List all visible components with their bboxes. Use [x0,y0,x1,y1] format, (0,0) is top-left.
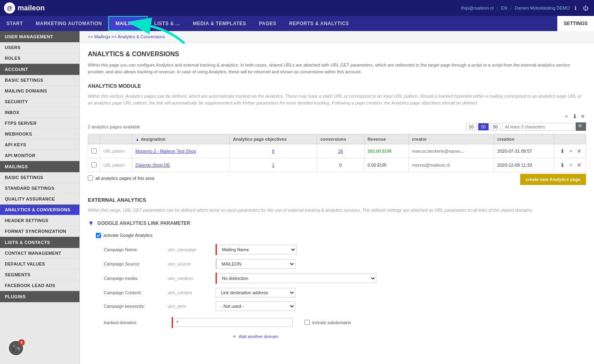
ga-campaign-name-label: Campaign Name: [104,247,168,252]
gorilla-badge[interactable]: 🦍 5 [8,340,24,356]
sidebar-section-mailings: MAILINGS [0,161,79,172]
tracked-domains-input[interactable] [173,318,293,327]
account-link[interactable]: Damen Motorkleding DEMO [515,6,570,10]
select-all-checkbox[interactable] [88,175,93,181]
download-icon[interactable]: ⬇ [572,112,578,121]
sidebar-item-api-monitor[interactable]: API MONITOR [0,150,79,161]
power-icon[interactable]: ⏻ [581,5,590,11]
row2-name[interactable]: Zalando Shop DE [132,158,230,172]
ga-collapse-arrow[interactable]: ▼ [88,220,94,227]
create-analytics-page-button[interactable]: create new Analytics page [520,174,586,185]
sidebar-item-default-values[interactable]: DEFAULT VALUES [0,259,79,270]
include-subdomains-checkbox[interactable] [305,320,310,325]
user-email-link[interactable]: thijs@maileon.nl [461,6,494,10]
ga-campaign-name-param: utm_campaign [168,247,216,252]
google-analytics-section: ▼ GOOGLE ANALYTICS LINK PARAMETER activa… [88,220,586,340]
ga-campaign-content-select-wrapper: Link destination address Custom [216,288,295,297]
nav-pages[interactable]: PAGES [253,16,283,31]
language-link[interactable]: EN [501,6,507,10]
sidebar-item-contact-management[interactable]: CONTACT MANAGEMENT [0,248,79,259]
sidebar-item-security[interactable]: SECURITY [0,96,79,107]
close-icon[interactable]: ✕ [580,112,586,121]
add-domain-plus-icon: ＋ [232,333,237,340]
sidebar-section-lists-contacts: LISTS & CONTACTS [0,237,79,248]
sidebar-item-basic-settings[interactable]: BASIC SETTINGS [0,75,79,86]
content-area: ANALYTICS & CONVERSIONS Within this page… [80,43,594,348]
row1-revenue: 282.00 EUR [364,144,408,158]
top-bar-left: @ maileon [4,2,45,14]
row2-delete-icon[interactable]: ✕ [576,161,582,169]
page-title: ANALYTICS & CONVERSIONS [88,51,586,58]
page-size-50[interactable]: 50 [490,123,501,130]
col-checkbox [88,134,100,144]
gorilla-badge-container: 🦍 5 [8,340,24,356]
sidebar-item-segments[interactable]: SEGMENTS [0,270,79,280]
ga-campaign-content-select[interactable]: Link destination address Custom [216,288,295,297]
select-and-create-row: all analytics pages of this area create … [88,172,586,185]
sidebar-section-user-management: USER MANAGEMENT [0,31,79,42]
ga-campaign-media-select[interactable]: No distinction Email Custom [217,273,376,283]
search-button[interactable]: 🔍 [576,122,586,131]
row1-creation: 2020-07-31 09:57 [494,144,554,158]
ga-campaign-keywords-select[interactable]: - Not used - Custom [216,301,295,311]
row1-name[interactable]: Magento 2 - Maileon Test Shop [132,144,230,158]
add-domain-link[interactable]: ＋ Add another domain [232,333,278,340]
row2-add-icon[interactable]: ＋ [567,161,574,169]
ga-campaign-source-select[interactable]: MAILEON Custom [216,259,295,269]
row1-delete-icon[interactable]: ✕ [576,147,582,155]
logo-icon: @ [4,2,15,14]
sidebar-item-header-settings[interactable]: HEADER SETTINGS [0,215,79,226]
row1-type: URL pattern [100,144,132,158]
sidebar-item-standard-settings[interactable]: STANDARD SETTINGS [0,183,79,194]
ga-campaign-source-select-wrapper: MAILEON Custom [216,259,295,269]
nav-reports-analytics[interactable]: REPORTS & ANALYTICS [283,16,355,31]
add-icon[interactable]: ＋ [563,112,570,121]
nav-items: START MARKETING AUTOMATION MAILINGS LIST… [0,16,355,31]
page-size-10[interactable]: 10 [466,123,476,130]
row1-add-icon[interactable]: ＋ [567,147,574,155]
sidebar-item-mailing-basic-settings[interactable]: BASIC SETTINGS [0,172,79,183]
sidebar-item-mailing-domains[interactable]: MAILING DOMAINS [0,86,79,96]
sidebar-item-webhooks[interactable]: WEBHOOKS [0,129,79,140]
analytics-module-title: ANALYTICS MODULE [88,83,586,89]
col-type [100,134,132,144]
ga-section-header: ▼ GOOGLE ANALYTICS LINK PARAMETER [88,220,586,227]
breadcrumb-analytics[interactable]: >> Analytics & Conversions [111,34,165,39]
ga-activate-label: activate Google Analytics [103,233,152,238]
nav-start[interactable]: START [0,16,30,31]
ga-campaign-name-select[interactable]: Mailing Name Mailing ID Custom [217,245,297,254]
breadcrumb-mailings[interactable]: >> Mailings [88,34,110,39]
ga-activate-checkbox[interactable] [96,233,101,238]
sidebar-item-roles[interactable]: ROLES [0,53,79,64]
row2-checkbox[interactable] [88,158,100,172]
sidebar-item-quality-assurance[interactable]: QUALITY ASSURANCE [0,194,79,205]
nav-marketing-automation[interactable]: MARKETING AUTOMATION [30,16,109,31]
sidebar-item-api-keys[interactable]: API KEYS [0,140,79,150]
row1-checkbox[interactable] [88,144,100,158]
row1-creator: marcus.beckerle@xqueu... [408,144,494,158]
nav-lists[interactable]: LISTS & ... [148,16,186,31]
info-icon[interactable]: ℹ [573,5,578,11]
sidebar-item-ftps-server[interactable]: FTPS SERVER [0,118,79,129]
sidebar-item-analytics-conversions[interactable]: ANALYTICS & CONVERSIONS [0,205,79,215]
sidebar-item-format-syncronization[interactable]: FORMAT SYNCRONIZATION [0,226,79,237]
sidebar-item-facebook-lead-ads[interactable]: FACEBOOK LEAD ADS [0,280,79,291]
col-designation[interactable]: ▲designation [132,134,230,144]
nav-media-templates[interactable]: MEDIA & TEMPLATES [186,16,253,31]
page-size-20[interactable]: 20 [478,123,489,130]
add-domain-label[interactable]: Add another domain [239,334,278,339]
row2-download-icon[interactable]: ⬇ [559,161,566,169]
ga-campaign-name-row: Campaign Name: utm_campaign Mailing Name… [104,244,586,255]
table-controls: 2 analytics pages available 10 20 50 🔍 [88,122,586,131]
table-row: URL pattern Zalando Shop DE 1 0 0.00 EUR… [88,158,586,172]
nav-settings[interactable]: SETTINGS [557,16,594,31]
ga-campaign-keywords-select-wrapper: - Not used - Custom [216,301,295,311]
ga-campaign-source-param: utm_source [168,262,216,266]
sidebar-item-inbox[interactable]: INBOX [0,107,79,118]
breadcrumb: >> Mailings >> Analytics & Conversions [80,31,594,43]
table-right-controls: 10 20 50 🔍 [466,122,586,131]
row1-download-icon[interactable]: ⬇ [559,147,566,155]
nav-mailings[interactable]: MAILINGS [108,16,148,31]
search-input[interactable] [502,123,574,131]
sidebar-item-users[interactable]: USERS [0,42,79,53]
